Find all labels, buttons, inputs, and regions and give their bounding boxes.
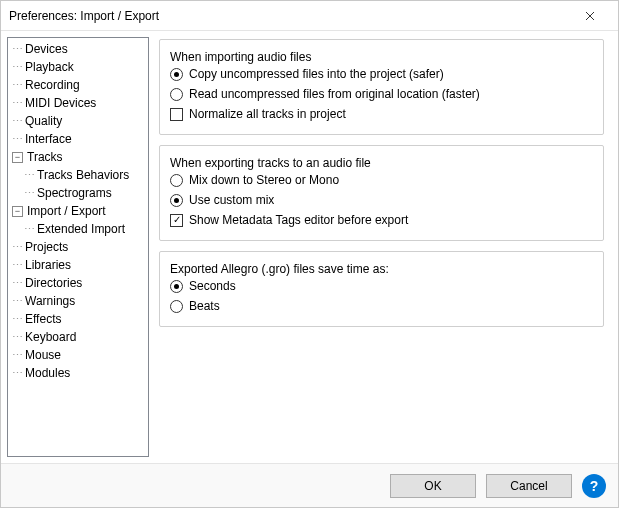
tree-dots: ⋯ (24, 223, 35, 236)
tree-dots: ⋯ (24, 187, 35, 200)
tree-dots: ⋯ (12, 331, 23, 344)
tree-dots: ⋯ (12, 79, 23, 92)
tree-dots: ⋯ (12, 115, 23, 128)
tree-item-projects[interactable]: ⋯Projects (12, 238, 148, 256)
tree-dots: ⋯ (12, 43, 23, 56)
checkbox-icon (170, 108, 183, 121)
tree-dots: ⋯ (12, 295, 23, 308)
tree-label: Recording (25, 78, 80, 92)
radio-custom-mix[interactable]: Use custom mix (170, 190, 593, 210)
option-label: Seconds (189, 279, 236, 293)
tree-dots: ⋯ (12, 241, 23, 254)
radio-icon (170, 194, 183, 207)
tree-label: Devices (25, 42, 68, 56)
tree-dots: ⋯ (12, 259, 23, 272)
window-title: Preferences: Import / Export (9, 9, 570, 23)
tree-label: Effects (25, 312, 61, 326)
tree-dots: ⋯ (24, 169, 35, 182)
tree-item-playback[interactable]: ⋯Playback (12, 58, 148, 76)
collapse-icon[interactable]: − (12, 206, 23, 217)
option-label: Show Metadata Tags editor before export (189, 213, 408, 227)
ok-button[interactable]: OK (390, 474, 476, 498)
radio-beats[interactable]: Beats (170, 296, 593, 316)
tree-label: Tracks (27, 150, 63, 164)
radio-read-original[interactable]: Read uncompressed files from original lo… (170, 84, 593, 104)
tree-label: Projects (25, 240, 68, 254)
tree-item-interface[interactable]: ⋯Interface (12, 130, 148, 148)
tree-item-directories[interactable]: ⋯Directories (12, 274, 148, 292)
tree-item-import-export[interactable]: −Import / Export (12, 202, 148, 220)
tree-item-devices[interactable]: ⋯Devices (12, 40, 148, 58)
tree-label: Modules (25, 366, 70, 380)
checkbox-normalize-all[interactable]: Normalize all tracks in project (170, 104, 593, 124)
tree-item-midi-devices[interactable]: ⋯MIDI Devices (12, 94, 148, 112)
tree-label: Tracks Behaviors (37, 168, 129, 182)
group-importing: When importing audio files Copy uncompre… (159, 39, 604, 135)
option-label: Beats (189, 299, 220, 313)
settings-pane: When importing audio files Copy uncompre… (153, 37, 612, 457)
content-area: ⋯Devices ⋯Playback ⋯Recording ⋯MIDI Devi… (1, 31, 618, 463)
option-label: Read uncompressed files from original lo… (189, 87, 480, 101)
tree-item-keyboard[interactable]: ⋯Keyboard (12, 328, 148, 346)
radio-icon (170, 300, 183, 313)
tree-label: Mouse (25, 348, 61, 362)
option-label: Copy uncompressed files into the project… (189, 67, 444, 81)
group-allegro: Exported Allegro (.gro) files save time … (159, 251, 604, 327)
option-label: Normalize all tracks in project (189, 107, 346, 121)
checkbox-icon (170, 214, 183, 227)
tree-label: Spectrograms (37, 186, 112, 200)
footer: OK Cancel ? (1, 463, 618, 507)
tree-item-spectrograms[interactable]: ⋯Spectrograms (24, 184, 148, 202)
tree-label: Interface (25, 132, 72, 146)
tree-item-effects[interactable]: ⋯Effects (12, 310, 148, 328)
tree-item-tracks-behaviors[interactable]: ⋯Tracks Behaviors (24, 166, 148, 184)
tree-label: Libraries (25, 258, 71, 272)
radio-icon (170, 280, 183, 293)
collapse-icon[interactable]: − (12, 152, 23, 163)
tree-label: Playback (25, 60, 74, 74)
tree-dots: ⋯ (12, 97, 23, 110)
tree-item-modules[interactable]: ⋯Modules (12, 364, 148, 382)
tree-item-mouse[interactable]: ⋯Mouse (12, 346, 148, 364)
group-legend: When exporting tracks to an audio file (170, 156, 371, 170)
tree-label: Warnings (25, 294, 75, 308)
tree-dots: ⋯ (12, 133, 23, 146)
cancel-button[interactable]: Cancel (486, 474, 572, 498)
tree-dots: ⋯ (12, 313, 23, 326)
tree-item-warnings[interactable]: ⋯Warnings (12, 292, 148, 310)
close-icon (585, 11, 595, 21)
radio-seconds[interactable]: Seconds (170, 276, 593, 296)
tree-item-recording[interactable]: ⋯Recording (12, 76, 148, 94)
radio-icon (170, 88, 183, 101)
radio-mixdown[interactable]: Mix down to Stereo or Mono (170, 170, 593, 190)
tree-label: Keyboard (25, 330, 76, 344)
help-icon: ? (590, 478, 599, 494)
tree-item-quality[interactable]: ⋯Quality (12, 112, 148, 130)
button-label: Cancel (510, 479, 547, 493)
tree-label: Quality (25, 114, 62, 128)
group-legend: When importing audio files (170, 50, 311, 64)
tree-dots: ⋯ (12, 61, 23, 74)
titlebar: Preferences: Import / Export (1, 1, 618, 31)
tree-item-tracks[interactable]: −Tracks (12, 148, 148, 166)
tree-label: MIDI Devices (25, 96, 96, 110)
tree-label: Directories (25, 276, 82, 290)
tree-item-extended-import[interactable]: ⋯Extended Import (24, 220, 148, 238)
close-button[interactable] (570, 1, 610, 31)
tree-label: Extended Import (37, 222, 125, 236)
option-label: Use custom mix (189, 193, 274, 207)
tree-dots: ⋯ (12, 367, 23, 380)
group-legend: Exported Allegro (.gro) files save time … (170, 262, 389, 276)
group-exporting: When exporting tracks to an audio file M… (159, 145, 604, 241)
help-button[interactable]: ? (582, 474, 606, 498)
checkbox-show-metadata[interactable]: Show Metadata Tags editor before export (170, 210, 593, 230)
tree-label: Import / Export (27, 204, 106, 218)
tree-dots: ⋯ (12, 277, 23, 290)
option-label: Mix down to Stereo or Mono (189, 173, 339, 187)
radio-icon (170, 174, 183, 187)
button-label: OK (424, 479, 441, 493)
tree-dots: ⋯ (12, 349, 23, 362)
tree-item-libraries[interactable]: ⋯Libraries (12, 256, 148, 274)
radio-copy-uncompressed[interactable]: Copy uncompressed files into the project… (170, 64, 593, 84)
category-tree[interactable]: ⋯Devices ⋯Playback ⋯Recording ⋯MIDI Devi… (7, 37, 149, 457)
